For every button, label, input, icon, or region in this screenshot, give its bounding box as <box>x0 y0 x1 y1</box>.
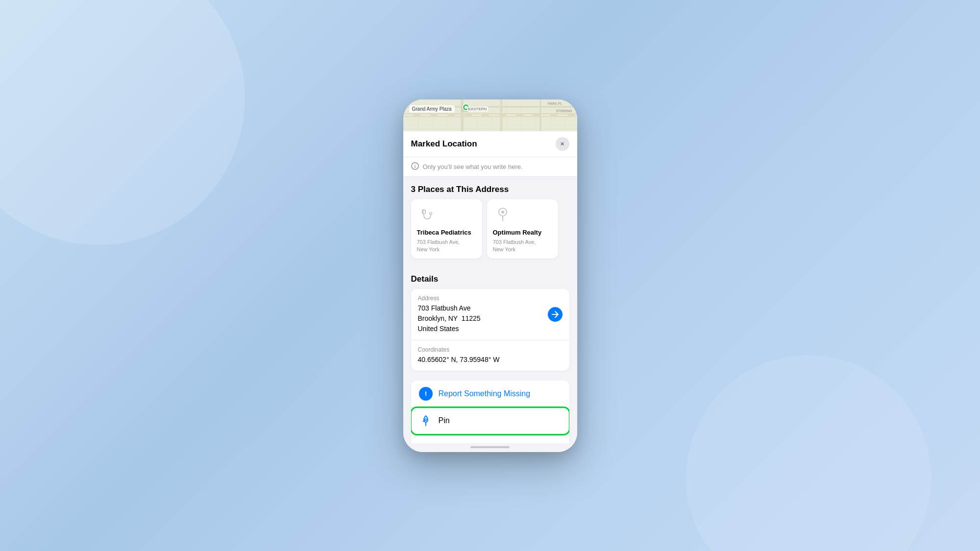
home-indicator-bar <box>470 446 510 448</box>
modal-sheet: Marked Location × i Only you'll see what… <box>403 131 577 452</box>
report-missing-item[interactable]: Report Something Missing <box>411 381 569 407</box>
location-pin-icon <box>493 205 513 225</box>
svg-point-13 <box>425 395 426 396</box>
note-hint: i Only you'll see what you write here. <box>403 157 577 177</box>
optimum-address: 703 Flatbush Ave,New York <box>493 239 552 253</box>
address-label: Address <box>418 295 563 302</box>
svg-text:i: i <box>414 164 416 169</box>
coordinates-label: Coordinates <box>418 346 563 353</box>
place-card-optimum[interactable]: Optimum Realty 703 Flatbush Ave,New York <box>487 199 558 259</box>
action-list: Report Something Missing Pin <box>411 381 569 443</box>
modal-content: i Only you'll see what you write here. 3… <box>403 157 577 443</box>
map-area-label: PARK-PL <box>548 102 562 105</box>
remove-item[interactable]: Remove <box>411 434 569 443</box>
info-icon: i <box>411 162 419 171</box>
map-label: Grand Army Plaza <box>409 105 455 113</box>
stethoscope-icon <box>417 205 437 225</box>
report-icon <box>419 387 433 401</box>
places-section-heading: 3 Places at This Address <box>403 177 577 199</box>
address-row: Address 703 Flatbush AveBrooklyn, NY 112… <box>411 289 569 340</box>
map-area: Grand Army Plaza EASTERN PARK-PL STERIIN… <box>403 99 577 131</box>
coordinates-value: 40.65602° N, 73.95948° W <box>418 355 563 365</box>
places-row: Tribeca Pediatrics 703 Flatbush Ave,New … <box>403 199 577 266</box>
phone-container: Grand Army Plaza EASTERN PARK-PL STERIIN… <box>403 99 577 452</box>
details-card: Address 703 Flatbush AveBrooklyn, NY 112… <box>411 289 569 371</box>
optimum-name: Optimum Realty <box>493 229 552 237</box>
close-button[interactable]: × <box>556 137 569 151</box>
directions-button[interactable] <box>548 307 563 322</box>
bottom-indicator <box>403 443 577 452</box>
tribeca-address: 703 Flatbush Ave,New York <box>417 239 476 253</box>
map-area-label2: STERIING <box>556 109 572 113</box>
tribeca-name: Tribeca Pediatrics <box>417 229 476 237</box>
pin-icon <box>419 414 433 428</box>
svg-point-9 <box>429 212 432 215</box>
details-heading: Details <box>403 266 577 289</box>
place-card-tribeca[interactable]: Tribeca Pediatrics 703 Flatbush Ave,New … <box>411 199 482 259</box>
note-hint-text: Only you'll see what you write here. <box>423 163 523 170</box>
pin-label: Pin <box>439 416 450 425</box>
svg-point-11 <box>501 211 504 214</box>
pin-item[interactable]: Pin <box>411 407 569 434</box>
coordinates-row: Coordinates 40.65602° N, 73.95948° W <box>411 340 569 371</box>
map-road-label: EASTERN <box>467 106 489 112</box>
modal-title: Marked Location <box>411 139 477 149</box>
report-missing-label: Report Something Missing <box>439 389 531 398</box>
address-value: 703 Flatbush AveBrooklyn, NY 11225United… <box>418 303 563 334</box>
details-section: Details Address 703 Flatbush AveBrooklyn… <box>403 266 577 375</box>
modal-header: Marked Location × <box>403 131 577 157</box>
